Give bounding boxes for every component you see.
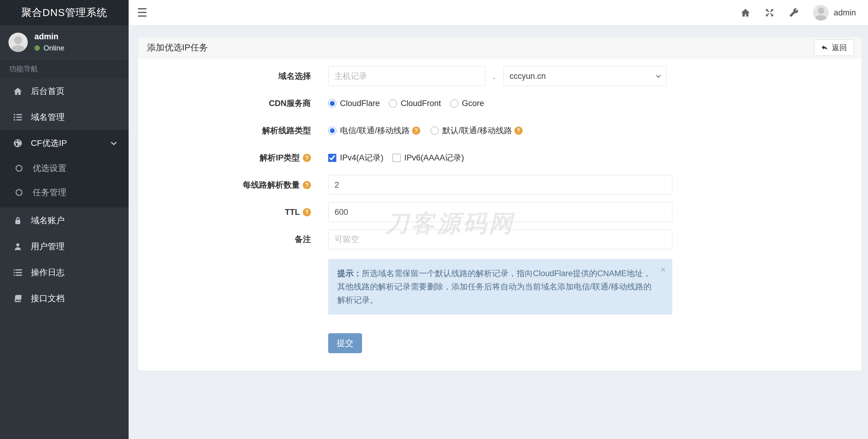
wrench-icon[interactable] (789, 8, 799, 18)
help-icon[interactable]: ? (412, 126, 420, 135)
form-row-ttl: TTL ? (138, 202, 862, 222)
cdn-option-cloudflare[interactable]: CloudFlare (328, 99, 380, 108)
isp-line-radio[interactable] (328, 126, 336, 135)
book-icon (13, 294, 23, 303)
user-status-label: Online (43, 44, 64, 52)
line-type-label: 解析线路类型 (138, 125, 311, 136)
line-type-option-label: 默认/联通/移动线路 (442, 125, 512, 136)
home-icon[interactable] (741, 8, 750, 18)
sidebar-item-domain-accounts[interactable]: 域名账户 (0, 208, 129, 234)
sidebar-item-operation-logs[interactable]: 操作日志 (0, 260, 129, 286)
submit-button[interactable]: 提交 (328, 333, 362, 353)
domain-select[interactable]: cccyun.cn (503, 66, 666, 86)
ip-type-option-ipv6[interactable]: IPv6(AAAA记录) (393, 152, 464, 163)
user-icon (13, 242, 23, 251)
cloudflare-radio[interactable] (328, 99, 336, 108)
help-icon[interactable]: ? (515, 126, 523, 135)
chevron-down-icon (110, 139, 118, 147)
cdn-option-cloudfront[interactable]: CloudFront (389, 99, 441, 108)
ttl-input[interactable] (328, 202, 672, 222)
add-task-panel: 添加优选IP任务 返回 域名选择 . (138, 37, 862, 371)
gcore-radio[interactable] (450, 99, 458, 108)
cdn-option-gcore[interactable]: Gcore (450, 99, 484, 108)
sidebar-item-label: 后台首页 (31, 86, 65, 97)
remark-input[interactable] (328, 229, 672, 249)
line-type-option-isp[interactable]: 电信/联通/移动线路 ? (328, 125, 422, 136)
form-row-domain: 域名选择 . cccyun.cn (138, 66, 862, 86)
sidebar-item-label: CF优选IP (31, 138, 67, 149)
topbar-user-menu[interactable]: admin (813, 5, 856, 21)
sidebar-item-label: 域名账户 (31, 215, 65, 226)
ipv4-checkbox[interactable] (328, 154, 336, 162)
help-icon[interactable]: ? (303, 208, 311, 216)
cdn-option-label: CloudFlare (340, 99, 380, 108)
topbar: ☰ admin (129, 0, 868, 25)
sidebar-subitem-label: 优选设置 (33, 163, 66, 174)
form-row-cdn: CDN服务商 CloudFlare CloudFront Gcore (138, 93, 862, 113)
sidebar-user-panel: admin Online (0, 25, 129, 59)
content-area: 添加优选IP任务 返回 域名选择 . (129, 25, 868, 439)
hint-text: 所选域名需保留一个默认线路的解析记录，指向CloudFlare提供的CNAME地… (337, 269, 652, 304)
topbar-username: admin (834, 8, 856, 18)
reply-icon (821, 44, 828, 51)
list-icon (13, 113, 23, 122)
domain-separator: . (493, 71, 495, 81)
ip-type-label: 解析IP类型 (259, 152, 300, 163)
sidebar-item-api-docs[interactable]: 接口文档 (0, 286, 129, 312)
sidebar-item-domains[interactable]: 域名管理 (0, 104, 129, 130)
help-icon[interactable]: ? (303, 181, 311, 189)
back-button[interactable]: 返回 (814, 39, 854, 56)
sidebar-item-cf-ip[interactable]: CF优选IP (0, 130, 129, 156)
sidebar-item-task-management[interactable]: 任务管理 (0, 180, 129, 205)
user-status: Online (34, 44, 64, 52)
domain-label: 域名选择 (138, 71, 311, 82)
sidebar-nav: 后台首页 域名管理 CF优选IP 优选设置 (0, 78, 129, 312)
home-icon (13, 87, 23, 96)
user-name: admin (34, 32, 64, 41)
form-row-line-type: 解析线路类型 电信/联通/移动线路 ? 默认/联通/移动线路 ? (138, 121, 862, 141)
form-row-remark: 备注 (138, 229, 862, 249)
ip-type-option-ipv4[interactable]: IPv4(A记录) (328, 152, 383, 163)
globe-icon (13, 139, 23, 148)
hint-prefix: 提示： (337, 269, 362, 278)
lock-icon (13, 216, 23, 225)
sidebar-item-label: 接口文档 (31, 293, 65, 304)
host-record-input[interactable] (328, 66, 485, 86)
sidebar-subitem-label: 任务管理 (33, 187, 66, 198)
sidebar-submenu: 优选设置 任务管理 (0, 156, 129, 208)
sidebar-section-label: 功能导航 (0, 59, 129, 78)
line-type-option-default[interactable]: 默认/联通/移动线路 ? (431, 125, 524, 136)
ttl-label: TTL (285, 208, 300, 217)
cdn-option-label: CloudFront (401, 99, 441, 108)
sidebar-item-dashboard[interactable]: 后台首页 (0, 78, 129, 104)
line-type-option-label: 电信/联通/移动线路 (340, 125, 410, 136)
per-line-count-input[interactable] (328, 175, 672, 195)
back-button-label: 返回 (832, 42, 847, 53)
menu-toggle-icon[interactable]: ☰ (137, 7, 147, 19)
panel-body: 域名选择 . cccyun.cn (138, 58, 862, 371)
online-status-icon (34, 45, 40, 51)
avatar (813, 5, 829, 21)
ip-type-option-label: IPv6(AAAA记录) (404, 152, 464, 163)
sidebar-item-label: 用户管理 (31, 241, 65, 252)
cdn-label: CDN服务商 (138, 98, 311, 109)
sidebar-item-label: 域名管理 (31, 112, 65, 123)
sidebar-item-label: 操作日志 (31, 267, 65, 278)
form-row-ip-type: 解析IP类型 ? IPv4(A记录) IPv6(AAAA记录) (138, 148, 862, 168)
default-line-radio[interactable] (431, 126, 439, 135)
fullscreen-icon[interactable] (765, 8, 774, 18)
per-line-count-label: 每线路解析数量 (243, 179, 300, 191)
page-title: 添加优选IP任务 (147, 42, 208, 54)
help-icon[interactable]: ? (303, 154, 311, 162)
ip-type-option-label: IPv4(A记录) (340, 152, 383, 163)
close-icon[interactable]: × (660, 265, 666, 274)
hint-alert: 提示：所选域名需保留一个默认线路的解析记录，指向CloudFlare提供的CNA… (328, 259, 672, 315)
ipv6-checkbox[interactable] (393, 154, 401, 162)
cloudfront-radio[interactable] (389, 99, 397, 108)
remark-label: 备注 (138, 234, 311, 245)
app-title: 聚合DNS管理系统 (0, 0, 129, 25)
sidebar-item-user-management[interactable]: 用户管理 (0, 234, 129, 260)
circle-icon (14, 188, 24, 196)
log-icon (13, 268, 23, 277)
sidebar-item-preferred-settings[interactable]: 优选设置 (0, 156, 129, 180)
